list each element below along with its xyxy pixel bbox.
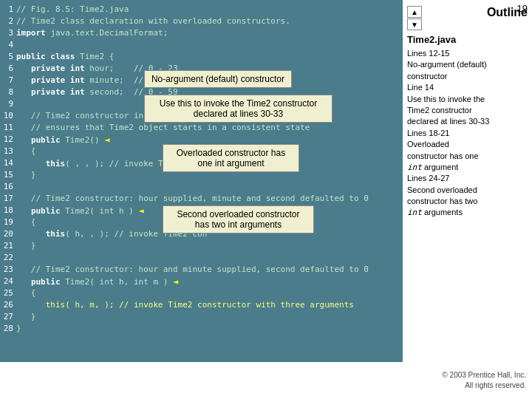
outline-header: ▲ ▼ Outline <box>407 6 528 31</box>
code-line-3: 3 import java.text.DecimalFormat; <box>3 28 400 40</box>
code-line-22: 22 <box>3 253 400 265</box>
line-code-24: public Time2( int h, int m ) ◄ <box>16 276 178 287</box>
line-num-23: 23 <box>3 265 16 274</box>
nav-arrows: ▲ ▼ <box>407 6 422 31</box>
callout-two-args: Second overloaded constructor has two in… <box>163 205 314 233</box>
code-line-28: 28 } <box>3 324 400 335</box>
line-num-25: 25 <box>3 288 16 298</box>
outline-lines-12-15: Lines 12-15 <box>407 49 450 58</box>
main-container: 1 // Fig. 8.5: Time2.java 2 // Time2 cla… <box>0 0 532 399</box>
outline-lines-24-27: Lines 24-27 <box>407 174 450 183</box>
outline-lines-18-21: Lines 18-21 <box>407 129 450 137</box>
copyright-line1: © 2003 Prentice Hall, Inc. <box>442 371 526 379</box>
code-line-21: 21 } <box>3 241 400 253</box>
outline-filename: Time2.java <box>407 34 528 45</box>
line-code-21: } <box>16 241 36 250</box>
code-line-1: 1 // Fig. 8.5: Time2.java <box>3 4 400 16</box>
line-num-10: 10 <box>3 111 16 120</box>
line-code-26: this( h, m, ); // invoke Time2 construct… <box>16 300 354 310</box>
page-number: 19 <box>517 3 528 14</box>
callout-one-arg: Overloaded constructor has one int argum… <box>163 144 299 172</box>
line-num-27: 27 <box>3 312 16 321</box>
code-line-25: 25 { <box>3 288 400 300</box>
line-num-9: 9 <box>3 99 16 109</box>
line-num-5: 5 <box>3 52 16 61</box>
code-line-4: 4 <box>3 40 400 52</box>
line-code-28: } <box>16 324 21 333</box>
line-code-19: { <box>16 217 36 227</box>
line-num-16: 16 <box>3 182 16 191</box>
code-line-26: 26 this( h, m, ); // invoke Time2 constr… <box>3 300 400 312</box>
line-code-2: // Time2 class declaration with overload… <box>16 16 290 26</box>
line-num-12: 12 <box>3 134 16 144</box>
line-code-27: } <box>16 312 36 321</box>
line-num-26: 26 <box>3 300 16 310</box>
line-num-1: 1 <box>3 4 16 14</box>
line-code-3: import java.text.DecimalFormat; <box>16 28 168 38</box>
line-num-11: 11 <box>3 123 16 132</box>
outline-no-arg: No-argument (default)constructor <box>407 60 487 80</box>
line-num-15: 15 <box>3 170 16 180</box>
line-num-22: 22 <box>3 253 16 262</box>
code-area: 1 // Fig. 8.5: Time2.java 2 // Time2 cla… <box>0 0 403 362</box>
line-num-13: 13 <box>3 146 16 156</box>
line-code-18: public Time2( int h ) ◄ <box>16 205 144 216</box>
line-num-18: 18 <box>3 205 16 215</box>
line-code-17: // Time2 constructor: hour supplied, min… <box>16 194 369 203</box>
outline-line-14: Line 14 <box>407 83 434 92</box>
copyright-line2: All rights reserved. <box>465 381 526 389</box>
outline-panel: 19 ▲ ▼ Outline Time2.java Lines 12-15 No… <box>403 0 532 399</box>
line-num-3: 3 <box>3 28 16 38</box>
line-code-11: // ensures that Time2 object starts in a… <box>16 123 310 132</box>
callout-no-arg: No-argument (default) constructor <box>144 70 292 88</box>
bottom-bar: © 2003 Prentice Hall, Inc. All rights re… <box>403 362 532 399</box>
outline-overloaded-two: Second overloadedconstructor has twoint … <box>407 185 477 217</box>
copyright: © 2003 Prentice Hall, Inc. All rights re… <box>442 370 526 391</box>
outline-use-this: Use this to invoke the Time2 constructor… <box>407 95 489 126</box>
outline-overloaded-one: Overloadedconstructor has oneint argumen… <box>407 140 479 171</box>
line-num-28: 28 <box>3 324 16 333</box>
outline-text: Lines 12-15 No-argument (default)constru… <box>407 48 528 219</box>
line-code-15: } <box>16 170 36 180</box>
callout-use-this: Use this to invoke the Time2 constructor… <box>144 95 332 123</box>
line-num-24: 24 <box>3 276 16 286</box>
line-num-7: 7 <box>3 75 16 85</box>
code-line-27: 27 } <box>3 312 400 324</box>
line-num-8: 8 <box>3 87 16 97</box>
line-code-1: // Fig. 8.5: Time2.java <box>16 4 129 14</box>
line-code-12: public Time2() ◄ <box>16 134 109 145</box>
code-line-23: 23 // Time2 constructor: hour and minute… <box>3 265 400 276</box>
line-num-4: 4 <box>3 40 16 50</box>
code-line-5: 5 public class Time2 { <box>3 52 400 64</box>
code-line-17: 17 // Time2 constructor: hour supplied, … <box>3 194 400 205</box>
code-line-16: 16 <box>3 182 400 194</box>
line-num-2: 2 <box>3 16 16 26</box>
line-num-19: 19 <box>3 217 16 227</box>
line-code-25: { <box>16 288 36 298</box>
line-code-23: // Time2 constructor: hour and minute su… <box>16 265 369 274</box>
line-num-6: 6 <box>3 64 16 73</box>
line-num-17: 17 <box>3 194 16 203</box>
line-num-21: 21 <box>3 241 16 250</box>
nav-down-button[interactable]: ▼ <box>407 18 422 30</box>
line-code-5: public class Time2 { <box>16 52 114 61</box>
line-num-14: 14 <box>3 158 16 168</box>
line-num-20: 20 <box>3 229 16 239</box>
code-line-11: 11 // ensures that Time2 object starts i… <box>3 123 400 134</box>
line-code-13: { <box>16 146 36 156</box>
code-line-24: 24 public Time2( int h, int m ) ◄ <box>3 276 400 288</box>
code-line-2: 2 // Time2 class declaration with overlo… <box>3 16 400 28</box>
nav-up-button[interactable]: ▲ <box>407 6 422 18</box>
